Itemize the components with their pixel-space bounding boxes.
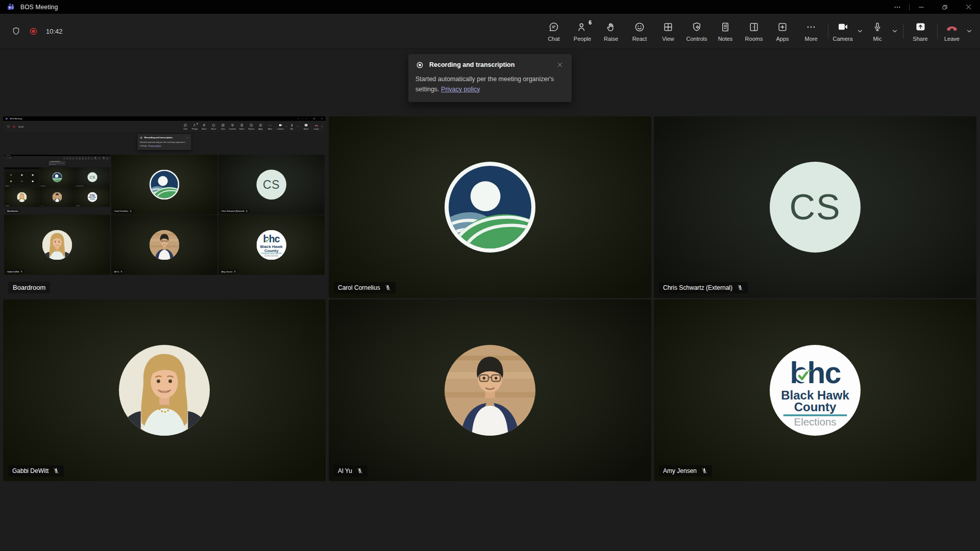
boardroom-screen-share [5,167,39,187]
participant-name-label: Gabbi DeWitt [8,465,64,477]
scaled-screen-share-content: BOS Meeting 10:42 Chat 6 People [3,116,326,298]
mic-muted-icon [384,284,391,291]
meeting-window: BOS Meeting 10:42 Chat 6 People [3,116,326,298]
farm-logo-avatar [150,169,180,199]
participant-name: Chris Schwartz (External) [222,210,244,213]
participant-name-label: Gabbi DeWitt [5,205,11,206]
mic-icon [872,21,883,33]
tile-carol-cornelius[interactable]: Carol Cornelius [329,116,651,298]
share-icon [304,123,308,127]
more-button[interactable]: More [797,14,825,48]
mic-muted-icon [20,270,23,273]
share-button[interactable]: Share [906,14,935,48]
leave-button[interactable]: Leave [940,14,964,48]
mic-button[interactable]: Mic [866,14,889,48]
meeting-status: 10:42 [5,158,11,159]
chat-button: Chat [181,121,190,132]
tile-amy-jensen[interactable]: Amy Jensen [654,299,976,481]
mic-muted-icon [130,210,132,213]
initials-avatar: CS [87,172,97,182]
tile-gabbi-dewitt[interactable]: Gabbi DeWitt [3,299,326,481]
people-icon [577,21,588,33]
participant-name: Gabbi DeWitt [12,467,48,474]
recording-indicator-icon [12,125,15,128]
leave-button: Leave [312,121,320,132]
photo-avatar-man [52,192,62,202]
notification-header: Recording and transcription [415,60,565,69]
more-dots-icon [805,21,817,33]
controls-button[interactable]: Controls [682,14,711,48]
initials-avatar: CS [256,169,286,199]
camera-dropdown-chevron[interactable] [854,14,866,48]
close-button [318,116,326,121]
leave-dropdown-chevron[interactable] [964,14,975,48]
apps-button[interactable]: Apps [768,14,797,48]
controls-shield-icon [231,123,234,127]
participant-name: Al Yu [114,270,119,273]
participant-name-label: Al Yu [113,270,124,273]
restore-button[interactable] [933,0,957,14]
minimize-button[interactable] [910,0,933,14]
video-grid: BOS Meeting 10:42 Chat 6 People [3,155,326,275]
tile-al-yu[interactable]: Al Yu [329,299,651,481]
participant-name: Carol Cornelius [41,186,45,187]
minimize-button [303,116,310,121]
mic-muted-icon [84,186,85,187]
notification-close-icon [186,136,189,139]
rooms-button: Rooms [247,121,256,132]
titlebar-more-icon[interactable] [886,0,909,14]
notification-close-icon [64,161,65,162]
notes-button: Notes [237,121,247,132]
people-button[interactable]: 6 People [568,14,597,48]
toolbar-actions: Chat 6 People Raise React View Contro [63,156,110,160]
participant-name-label: Carol Cornelius [334,282,396,293]
rooms-button[interactable]: Rooms [740,14,768,48]
meeting-window: BOS Meeting 10:42 Chat 6 People [4,155,110,214]
mic-muted-icon [356,467,363,474]
participant-name-label: Boardroom [6,209,19,213]
raise-hand-icon [605,21,617,33]
meeting-timer: 10:42 [46,28,63,35]
toolbar-separator [828,23,828,39]
privacy-policy-link: Privacy policy [52,164,56,165]
meeting-status: 10:42 [11,27,63,36]
privacy-policy-link[interactable]: Privacy policy [441,86,480,93]
tile-boardroom[interactable]: BOS Meeting 10:42 Chat 6 People [3,116,326,298]
participant-name-label: Al Yu [40,205,44,206]
participant-name: Chris Schwartz (External) [663,284,732,291]
mic-dropdown-chevron[interactable] [889,14,900,48]
participant-name-label: Boardroom [5,185,10,186]
photo-avatar-man [445,345,535,436]
leave-group: Leave [940,14,975,48]
chat-button[interactable]: Chat [540,14,568,48]
participant-name-label: Amy Jensen [220,270,237,273]
bhc-elections-logo-avatar [770,345,861,436]
tile-chris-schwartz: CS Chris Schwartz (External) [218,155,325,214]
video-grid: Boardroom Carol Cornelius CS Chris Schwa… [4,167,110,207]
farm-logo-avatar [445,162,535,253]
close-button[interactable] [957,0,980,14]
camera-group: Camera [277,121,288,132]
camera-button[interactable]: Camera [831,14,854,48]
people-count-badge: 6 [68,157,68,157]
notification-close-icon[interactable] [555,60,565,69]
leave-button: Leave [106,156,109,160]
notes-icon [720,21,731,33]
rooms-icon [748,21,760,33]
participant-name-label: Chris Schwartz (External) [659,282,748,293]
bhc-elections-logo-avatar [256,230,286,260]
notification-header: Recording and transcription [140,136,189,139]
tile-carol-cornelius: Carol Cornelius [111,155,217,214]
mic-muted-icon [43,206,44,207]
notes-button[interactable]: Notes [711,14,740,48]
react-button[interactable]: React [625,14,654,48]
meeting-status: 10:42 [7,125,23,128]
leave-group: Leave [312,121,324,132]
raise-hand-button[interactable]: Raise [597,14,625,48]
tile-chris-schwartz[interactable]: CS Chris Schwartz (External) [654,116,976,298]
notification-header: Recording and transcription [49,161,65,162]
mic-muted-icon [80,206,81,207]
titlebar-more-icon [295,116,302,121]
participant-name: Carol Cornelius [338,284,380,291]
view-button[interactable]: View [654,14,682,48]
